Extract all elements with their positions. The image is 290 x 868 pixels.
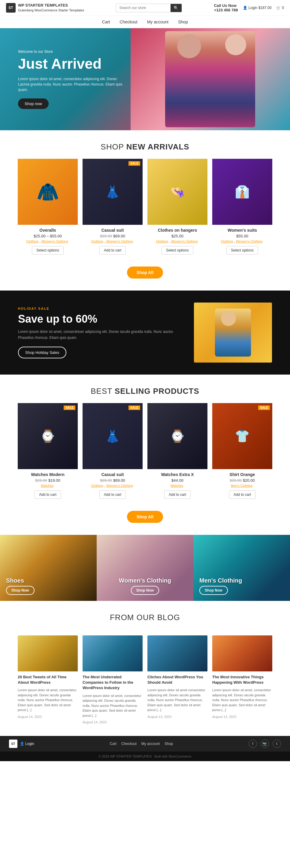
- product-name: Shirt Orange: [212, 472, 272, 477]
- select-options-button[interactable]: Select options: [162, 246, 193, 254]
- blog-post-excerpt: Lorem ipsum dolor sit amet, consectetur …: [83, 693, 143, 718]
- cat-link[interactable]: Women's Clothing: [41, 240, 68, 243]
- hero-content: Welcome to our Store Just Arrived Lorem …: [0, 37, 144, 121]
- blog-date: August 14, 2023: [147, 715, 207, 718]
- category-name: Shoes: [6, 577, 91, 584]
- blog-image: [212, 636, 272, 672]
- instagram-icon[interactable]: 📷: [261, 740, 269, 748]
- blog-date: August 14, 2023: [212, 715, 272, 718]
- product-image-wrap: ⌚: [147, 403, 207, 469]
- blog-card: The Most Underrated Companies to Follow …: [83, 636, 143, 724]
- footer-link-myaccount[interactable]: My account: [141, 742, 160, 746]
- add-to-cart-button[interactable]: Add to cart: [164, 490, 191, 499]
- select-options-button[interactable]: Select options: [32, 246, 63, 254]
- shop-holiday-button[interactable]: Shop Holiday Sales: [18, 347, 66, 359]
- nav-cart[interactable]: Cart: [102, 20, 110, 24]
- cat-link[interactable]: Men's Clothing: [231, 484, 253, 488]
- product-card: SALE 👗 Casual suit $89.00$69.00 Clothing…: [83, 159, 143, 254]
- top-header: ST WP STARTER TEMPLATES Gutenberg WooCom…: [0, 0, 290, 16]
- sale-badge: SALE: [128, 161, 140, 166]
- blog-card: Cliches About WordPress You Should Avoid…: [147, 636, 207, 724]
- cat-link[interactable]: Clothing: [91, 240, 103, 243]
- cat-link[interactable]: Clothing: [156, 240, 168, 243]
- cat-link[interactable]: Clothing: [26, 240, 38, 243]
- product-image: SALE 👗: [83, 403, 143, 469]
- product-price: $55.00: [212, 234, 272, 238]
- best-selling-grid: SALE ⌚ Watches Modern $26.00$19.00 Watch…: [0, 403, 290, 505]
- category-shop-now-button[interactable]: Shop Now: [6, 586, 34, 595]
- blog-image: [83, 636, 143, 672]
- product-name: Watches Extra X: [147, 472, 207, 477]
- hero-welcome: Welcome to our Store: [18, 50, 126, 54]
- footer-link-shop[interactable]: Shop: [165, 742, 173, 746]
- blog-post-excerpt: Lorem ipsum dolor sit amet, consectetur …: [18, 688, 78, 713]
- add-to-cart-button[interactable]: Add to cart: [99, 246, 126, 254]
- sale-badge: SALE: [128, 405, 140, 410]
- add-to-cart-button[interactable]: Add to cart: [229, 490, 256, 499]
- user-icon-footer: 👤: [20, 742, 24, 746]
- category-shop-now-button[interactable]: Shop Now: [131, 586, 160, 595]
- footer-link-checkout[interactable]: Checkout: [121, 742, 137, 746]
- search-button[interactable]: 🔍: [171, 4, 182, 12]
- cat-link[interactable]: Clothing: [91, 484, 103, 488]
- nav-checkout[interactable]: Checkout: [120, 20, 138, 24]
- nav-shop[interactable]: Shop: [178, 20, 188, 24]
- cat-link[interactable]: Clothing: [221, 240, 233, 243]
- footer-nav: ST 👤 Login Cart Checkout My account Shop…: [0, 736, 290, 751]
- product-categories: Clothing, Women's Clothing: [18, 240, 78, 243]
- cat-link[interactable]: Women's Clothing: [106, 240, 133, 243]
- cart-amount: $187.00: [259, 6, 271, 10]
- cat-link[interactable]: Watches: [171, 484, 183, 488]
- product-price: $26.00$20.00: [212, 478, 272, 483]
- category-banner-women: Women's Clothing Shop Now: [97, 535, 193, 601]
- best-selling-shop-all-button[interactable]: Shop All: [127, 511, 163, 523]
- blog-post-title: The Most Innovative Things Happening Wit…: [212, 674, 272, 685]
- product-price: $25.00: [147, 234, 207, 238]
- blog-image: [18, 636, 78, 672]
- user-icon: 👤: [243, 6, 248, 10]
- login-label: Login: [249, 6, 257, 10]
- product-image: 👒: [147, 159, 207, 225]
- cat-link[interactable]: Women's Clothing: [171, 240, 198, 243]
- footer-logo[interactable]: ST 👤 Login: [9, 740, 34, 748]
- product-name: Casual suit: [83, 228, 143, 232]
- search-input[interactable]: [116, 4, 171, 12]
- product-image-wrap: SALE 👕: [212, 403, 272, 469]
- shop-all-wrap: Shop All: [0, 505, 290, 535]
- product-image-wrap: SALE ⌚: [18, 403, 78, 469]
- header-right: Call Us Now +123 456 789 👤 Login $187.00…: [214, 3, 284, 12]
- twitter-icon[interactable]: t: [272, 740, 281, 748]
- shop-all-button[interactable]: Shop All: [127, 267, 163, 279]
- cat-link[interactable]: Watches: [41, 484, 53, 488]
- cat-link[interactable]: Women's Clothing: [236, 240, 263, 243]
- shop-all-wrap: Shop All: [0, 260, 290, 290]
- hero-button[interactable]: Shop now: [18, 98, 49, 109]
- select-options-button[interactable]: Select options: [226, 246, 258, 254]
- blog-title: FROM OUR BLOG: [0, 601, 290, 629]
- product-card: ⌚ Watches Extra X $44.00 Watches Add to …: [147, 403, 207, 499]
- hero-image-bg: [130, 28, 290, 130]
- footer-link-cart[interactable]: Cart: [110, 742, 116, 746]
- new-arrivals-section: SHOP NEW ARRIVALS 🧥 Overalls $25.00 – $5…: [0, 130, 290, 290]
- logo[interactable]: ST WP STARTER TEMPLATES Gutenberg WooCom…: [6, 3, 84, 12]
- add-to-cart-button[interactable]: Add to cart: [34, 490, 61, 499]
- facebook-icon[interactable]: f: [249, 740, 257, 748]
- product-card: SALE 👕 Shirt Orange $26.00$20.00 Men's C…: [212, 403, 272, 499]
- product-image: 🧥: [18, 159, 78, 225]
- logo-icon: ST: [6, 3, 16, 12]
- add-to-cart-button[interactable]: Add to cart: [99, 490, 126, 499]
- holiday-label: HOLIDAY SALE: [18, 307, 182, 310]
- product-image-wrap: SALE 👗: [83, 403, 143, 469]
- main-nav: Cart Checkout My account Shop: [0, 16, 290, 28]
- category-shop-now-button[interactable]: Shop Now: [199, 586, 228, 595]
- blog-post-title: Cliches About WordPress You Should Avoid: [147, 674, 207, 685]
- product-image-wrap: SALE 👗: [83, 159, 143, 225]
- cart-area[interactable]: 🛒 0: [276, 6, 284, 10]
- login-area[interactable]: 👤 Login $187.00: [243, 6, 272, 10]
- nav-myaccount[interactable]: My account: [147, 20, 169, 24]
- blog-date: August 14, 2023: [83, 720, 143, 724]
- product-card: SALE 👗 Casual suit $89.00$69.00 Clothing…: [83, 403, 143, 499]
- search-bar: 🔍: [116, 4, 182, 12]
- hero-section: Welcome to our Store Just Arrived Lorem …: [0, 28, 290, 130]
- cat-link[interactable]: Women's Clothing: [106, 484, 133, 488]
